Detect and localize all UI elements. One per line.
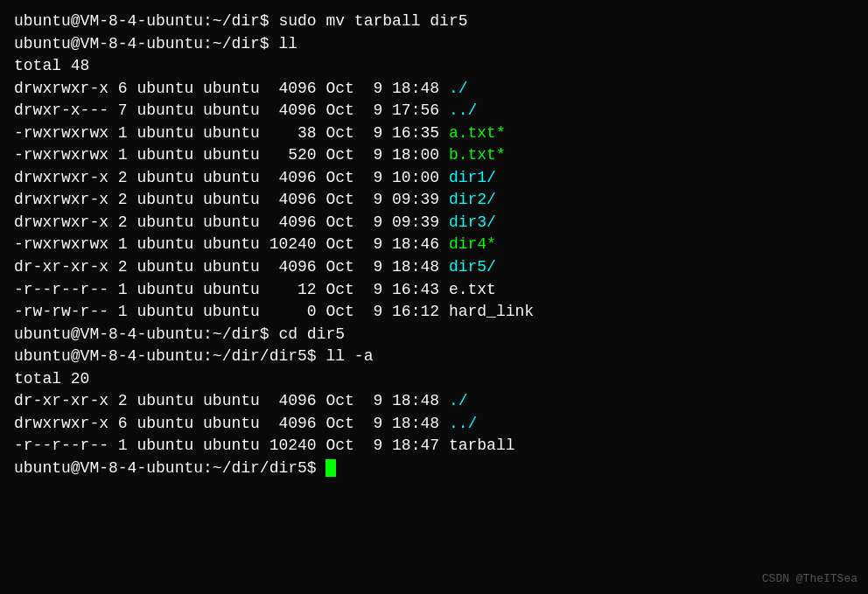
filename: a.txt* — [439, 124, 506, 142]
filename: dir4* — [439, 235, 496, 253]
terminal-line-total2: total 20 — [14, 368, 854, 391]
terminal-line-row12: dr-xr-xr-x 2 ubuntu ubuntu 4096 Oct 9 18… — [14, 390, 854, 413]
perms: -rwxrwxrwx 1 ubuntu ubuntu 520 Oct 9 18:… — [14, 146, 439, 164]
command-text: ll — [278, 35, 298, 52]
terminal-line-cmd3: ubuntu@VM-8-4-ubuntu:~/dir$ cd dir5 — [14, 324, 854, 346]
prompt: ubuntu@VM-8-4-ubuntu:~/dir/dir5$ — [14, 459, 326, 477]
perms: dr-xr-xr-x 2 ubuntu ubuntu 4096 Oct 9 18… — [14, 258, 439, 276]
perms: drwxrwxr-x 2 ubuntu ubuntu 4096 Oct 9 09… — [14, 191, 439, 208]
filename: ../ — [439, 101, 477, 119]
terminal-line-row10: -r--r--r-- 1 ubuntu ubuntu 12 Oct 9 16:4… — [14, 279, 854, 302]
terminal-line-row6: drwxrwxr-x 2 ubuntu ubuntu 4096 Oct 9 09… — [14, 189, 854, 212]
filename: dir3/ — [439, 213, 496, 231]
filename: e.txt — [439, 281, 496, 298]
perms: drwxrwxr-x 6 ubuntu ubuntu 4096 Oct 9 18… — [14, 80, 439, 97]
terminal-line-row14: -r--r--r-- 1 ubuntu ubuntu 10240 Oct 9 1… — [14, 435, 854, 458]
terminal-line-row13: drwxrwxr-x 6 ubuntu ubuntu 4096 Oct 9 18… — [14, 413, 854, 436]
perms: -r--r--r-- 1 ubuntu ubuntu 12 Oct 9 16:4… — [14, 281, 439, 298]
filename: hard_link — [439, 303, 534, 320]
perms: -r--r--r-- 1 ubuntu ubuntu 10240 Oct 9 1… — [14, 437, 439, 454]
perms: drwxrwxr-x 2 ubuntu ubuntu 4096 Oct 9 09… — [14, 213, 439, 231]
filename: ./ — [439, 392, 467, 409]
prompt: ubuntu@VM-8-4-ubuntu:~/dir$ — [14, 35, 278, 52]
command-text: cd dir5 — [278, 325, 345, 343]
perms: dr-xr-xr-x 2 ubuntu ubuntu 4096 Oct 9 18… — [14, 392, 439, 409]
perms: -rwxrwxrwx 1 ubuntu ubuntu 38 Oct 9 16:3… — [14, 124, 439, 142]
cursor — [326, 459, 336, 477]
perms: -rw-rw-r-- 1 ubuntu ubuntu 0 Oct 9 16:12 — [14, 303, 439, 320]
filename: ./ — [439, 80, 467, 97]
terminal-line-cmd4: ubuntu@VM-8-4-ubuntu:~/dir/dir5$ ll -a — [14, 346, 854, 368]
prompt: ubuntu@VM-8-4-ubuntu:~/dir$ — [14, 12, 278, 30]
perms: drwxr-x--- 7 ubuntu ubuntu 4096 Oct 9 17… — [14, 101, 439, 119]
perms: drwxrwxr-x 6 ubuntu ubuntu 4096 Oct 9 18… — [14, 415, 439, 432]
terminal-line-row5: drwxrwxr-x 2 ubuntu ubuntu 4096 Oct 9 10… — [14, 167, 854, 190]
watermark: CSDN @TheITSea — [762, 572, 858, 585]
terminal-line-row11: -rw-rw-r-- 1 ubuntu ubuntu 0 Oct 9 16:12… — [14, 301, 854, 324]
terminal-line-row4: -rwxrwxrwx 1 ubuntu ubuntu 520 Oct 9 18:… — [14, 144, 854, 167]
terminal-line-row2: drwxr-x--- 7 ubuntu ubuntu 4096 Oct 9 17… — [14, 100, 854, 122]
prompt: ubuntu@VM-8-4-ubuntu:~/dir$ — [14, 325, 278, 343]
terminal-line-row1: drwxrwxr-x 6 ubuntu ubuntu 4096 Oct 9 18… — [14, 78, 854, 101]
command-text: sudo mv tarball dir5 — [278, 12, 467, 30]
command-text: ll -a — [326, 347, 373, 365]
filename: dir2/ — [439, 191, 496, 208]
terminal: ubuntu@VM-8-4-ubuntu:~/dir$ sudo mv tarb… — [0, 0, 868, 594]
filename: b.txt* — [439, 146, 506, 164]
terminal-line-cmd1: ubuntu@VM-8-4-ubuntu:~/dir$ sudo mv tarb… — [14, 10, 854, 33]
filename: tarball — [439, 437, 514, 454]
terminal-line-row8: -rwxrwxrwx 1 ubuntu ubuntu 10240 Oct 9 1… — [14, 234, 854, 256]
terminal-line-row3: -rwxrwxrwx 1 ubuntu ubuntu 38 Oct 9 16:3… — [14, 122, 854, 145]
terminal-line-cmd5: ubuntu@VM-8-4-ubuntu:~/dir/dir5$ — [14, 458, 854, 480]
filename: dir1/ — [439, 169, 496, 186]
perms: drwxrwxr-x 2 ubuntu ubuntu 4096 Oct 9 10… — [14, 169, 439, 186]
terminal-line-total1: total 48 — [14, 55, 854, 78]
filename: dir5/ — [439, 258, 496, 276]
prompt: ubuntu@VM-8-4-ubuntu:~/dir/dir5$ — [14, 347, 326, 365]
filename: ../ — [439, 415, 477, 432]
terminal-line-row7: drwxrwxr-x 2 ubuntu ubuntu 4096 Oct 9 09… — [14, 212, 854, 234]
perms: -rwxrwxrwx 1 ubuntu ubuntu 10240 Oct 9 1… — [14, 235, 439, 253]
terminal-line-row9: dr-xr-xr-x 2 ubuntu ubuntu 4096 Oct 9 18… — [14, 256, 854, 279]
terminal-line-cmd2: ubuntu@VM-8-4-ubuntu:~/dir$ ll — [14, 33, 854, 56]
